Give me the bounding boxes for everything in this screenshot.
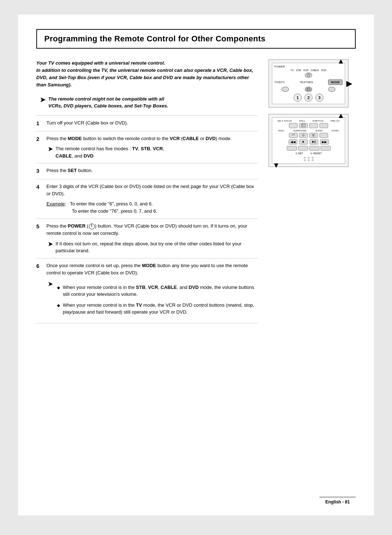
power-button[interactable] [305,73,312,78]
step-5-num: 5 [36,222,41,231]
rewind-btn[interactable]: ◀◀ [289,139,297,144]
dot-row-2 [304,159,314,161]
steps-list: 1 Turn off your VCR (Cable box or DVD). … [36,115,258,323]
power-label: POWER [274,65,343,68]
remote-top-panel: ▲ ▶ POWER TV STB VCR CABLE DVD [269,60,348,107]
page: Programming the Remote Control for Other… [18,15,374,515]
surround-btn[interactable] [299,133,308,138]
remote-row2-btns: I-II [274,133,343,138]
remote-row1-labels: SELF FOCUS STILL SUBTITLE PRE-CH [274,120,343,122]
sleep-btn[interactable] [309,133,318,138]
transport-row: ◀◀ ■ ▶‖ ▶▶ [274,139,343,144]
step-5-subnote: ➤ If it does not turn on, repeat the ste… [46,240,258,254]
remote-arrow-up-icon: ▲ [337,57,344,65]
tv-stb-labels: TV STB VCR CABLE DVD [274,69,343,72]
step-6: 6 Once your remote control is set up, pr… [36,258,258,323]
svg-point-7 [303,135,304,136]
prech-btn[interactable] [319,123,328,128]
remote-arrow-right-icon: ▶ [346,79,352,88]
dual-btn[interactable]: I-II [289,133,298,138]
step-4-content: Enter 3 digits of the VCR (Cable box or … [46,183,258,215]
step-2-arrow-icon: ➤ [48,146,53,153]
page-footer: English - 81 [319,497,356,505]
remote-bottom-inner: SELF FOCUS STILL SUBTITLE PRE-CH [272,117,345,164]
number-buttons-row: 1 2 3 [274,94,343,102]
bullet-1: ◆ When your remote control is in the STB… [57,284,258,298]
indicator-dots [274,157,343,161]
step-2-content: Press the MODE button to switch the remo… [46,135,258,159]
step-4-example: Example: To enter the code "6", press 0,… [46,200,258,215]
dot-6 [312,159,314,161]
step-2-subnote: ➤ The remote control has five modes : TV… [46,145,258,159]
colored-btns-row [274,146,343,151]
step-3-content: Press the SET button. [46,167,258,174]
oval-btns-row [274,87,343,92]
self-focus-btn[interactable] [289,123,298,128]
intro-line2: In addition to controlling the TV, the u… [36,67,258,89]
colored-btn-4[interactable] [320,146,331,151]
step-5-arrow-icon: ➤ [48,241,53,248]
svg-rect-2 [307,88,310,90]
compatibility-note: ➤ The remote control might not be compat… [36,95,258,110]
oval-btn-2[interactable] [305,87,312,92]
remote-arrow-up2-icon: ▲ [337,111,344,120]
tvdtv-label: TV/DTV [274,81,285,84]
tvdtv-row: TV/DTV TEXT/MIX MODE [274,79,343,85]
intro-block: Your TV comes equipped with a universal … [36,60,258,89]
mode-button[interactable]: MODE [328,79,343,85]
remote-bottom-panel: ▲ ▼ SELF FOCUS STILL SUBTITLE PRE-CH [269,114,348,167]
remote-arrow-down2-icon: ▼ [273,161,280,170]
step-1: 1 Turn off your VCR (Cable box or DVD). [36,115,258,131]
right-column: ▲ ▶ POWER TV STB VCR CABLE DVD [269,60,356,323]
bullet-2: ◆ When your remote control is in the TV … [57,302,258,316]
textmix-label: TEXT/MIX [300,81,313,84]
left-column: Your TV comes equipped with a universal … [36,60,258,323]
step-3-num: 3 [36,167,41,175]
remote-top-inner: POWER TV STB VCR CABLE DVD [272,63,345,104]
oval-btn-1[interactable] [282,87,289,92]
step-4-num: 4 [36,183,41,191]
reset-indicator: ⊙ RESET [310,152,322,155]
colored-btn-2[interactable] [298,146,308,151]
fast-forward-btn[interactable]: ▶▶ [320,139,329,144]
svg-rect-4 [302,124,305,127]
dot-2 [308,157,310,159]
step-1-content: Turn off your VCR (Cable box or DVD). [46,119,258,127]
dot-1 [304,157,306,159]
stop-btn[interactable]: ■ [299,139,308,144]
step-2-num: 2 [36,135,41,143]
set-indicator: ⊙ SET [295,152,303,155]
dot-3 [312,157,314,159]
psize-btn[interactable] [319,133,328,138]
step-2: 2 Press the MODE button to switch the re… [36,131,258,163]
note-arrow-icon: ➤ [40,96,45,104]
remote-row2-labels: DUAL SURROUND SLEEP P.SIZE [274,130,343,132]
set-reset-row: ⊙ SET ⊙ RESET [274,152,343,155]
step-6-num: 6 [36,262,41,270]
diamond-icon-1: ◆ [57,285,60,291]
step-6-subnote-wrap: ➤ ◆ When your remote control is in the S… [46,280,258,319]
num-btn-3[interactable]: 3 [315,94,323,102]
step-5: 5 Press the POWER () button. Your VCR (C… [36,219,258,258]
remote-row1-btns [274,123,343,128]
step-5-content: Press the POWER () button. Your VCR (Cab… [46,222,258,254]
intro-line1: Your TV comes equipped with a universal … [36,60,258,67]
num-btn-2[interactable]: 2 [305,94,313,102]
power-btn-row [274,73,343,78]
dot-5 [308,159,310,161]
colored-btn-3[interactable] [309,146,319,151]
step-6-content: Once your remote control is set up, pres… [46,262,258,319]
oval-btn-3[interactable] [328,87,335,92]
page-title: Programming the Remote Control for Other… [44,34,348,44]
step-4: 4 Enter 3 digits of the VCR (Cable box o… [36,179,258,219]
num-btn-1[interactable]: 1 [294,94,302,102]
step-3: 3 Press the SET button. [36,163,258,179]
step-6-arrow-icon: ➤ [48,281,53,288]
power-icon-inline [89,224,95,229]
colored-btn-1[interactable] [287,146,297,151]
play-pause-btn[interactable]: ▶‖ [310,139,318,144]
still-btn[interactable] [299,123,308,128]
subtitle-btn[interactable] [309,123,318,128]
diamond-icon-2: ◆ [57,302,60,309]
dot-row-1 [304,157,314,159]
